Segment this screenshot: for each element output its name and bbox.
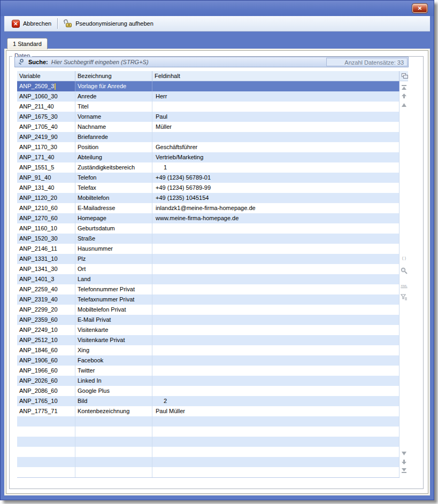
cell-feldinhalt[interactable] [152, 376, 399, 386]
cell-feldinhalt[interactable] [152, 223, 399, 234]
cell-variable[interactable]: ANP_1675_30 [17, 112, 75, 122]
cell-feldinhalt[interactable]: Paul Müller [152, 406, 399, 416]
table-row[interactable]: ANP_1775_71KontenbezeichnungPaul Müller [17, 406, 399, 416]
cell-feldinhalt[interactable] [152, 102, 399, 112]
cell-variable[interactable]: ANP_1966_60 [17, 366, 75, 376]
expression-icon[interactable]: ( ) [399, 255, 409, 261]
empty-cell[interactable] [75, 437, 152, 447]
table-row[interactable]: ANP_2086_60Google Plus [17, 386, 399, 396]
cell-bezeichnung[interactable]: Geburtsdatum [75, 223, 152, 234]
cell-feldinhalt[interactable] [152, 325, 399, 335]
cell-variable[interactable]: ANP_2249_10 [17, 325, 75, 335]
empty-cell[interactable] [17, 467, 75, 477]
cell-bezeichnung[interactable]: Vorlage für Anrede [75, 81, 152, 91]
column-header-variable[interactable]: Variable [17, 71, 75, 81]
empty-cell[interactable] [75, 427, 152, 437]
table-row[interactable]: ANP_1966_60Twitter [17, 366, 399, 376]
cell-feldinhalt[interactable]: +49 (1234) 56789-01 [152, 173, 399, 183]
table-row[interactable]: ANP_1675_30VornamePaul [17, 112, 399, 122]
cell-feldinhalt[interactable] [152, 305, 399, 315]
cell-variable[interactable]: ANP_2026_60 [17, 376, 75, 386]
cell-bezeichnung[interactable]: Telefonnummer Privat [75, 284, 152, 294]
cell-bezeichnung[interactable]: Telefon [75, 173, 152, 183]
cell-variable[interactable]: ANP_2512_10 [17, 335, 75, 345]
close-button[interactable]: ✕ [412, 4, 427, 13]
cell-bezeichnung[interactable]: Land [75, 274, 152, 284]
scroll-bottom-icon[interactable] [401, 467, 408, 474]
table-row[interactable]: ANP_2509_3Vorlage für Anrede [17, 81, 399, 91]
empty-cell[interactable] [152, 457, 399, 467]
table-row[interactable]: ANP_1331_10Plz [17, 254, 399, 264]
table-row[interactable]: ANP_1160_10Geburtsdatum [17, 223, 399, 234]
cell-feldinhalt[interactable] [152, 284, 399, 294]
cell-feldinhalt[interactable]: Paul [152, 112, 399, 122]
empty-cell[interactable] [75, 467, 152, 477]
table-row[interactable]: ANP_2249_10Visitenkarte [17, 325, 399, 335]
cell-bezeichnung[interactable]: Mobiltelefon [75, 193, 152, 203]
empty-cell[interactable] [152, 467, 399, 477]
xml-icon[interactable]: XML [399, 283, 409, 289]
cell-feldinhalt[interactable] [152, 274, 399, 284]
cell-variable[interactable]: ANP_1705_40 [17, 122, 75, 132]
cell-feldinhalt[interactable] [152, 366, 399, 376]
table-row[interactable]: ANP_1906_60Facebook [17, 355, 399, 366]
scroll-down-icon[interactable] [401, 450, 408, 456]
cell-bezeichnung[interactable]: Google Plus [75, 386, 152, 396]
cell-bezeichnung[interactable]: Straße [75, 234, 152, 244]
table-row[interactable]: ANP_1846_60Xing [17, 345, 399, 355]
scroll-up-icon[interactable] [401, 102, 408, 108]
empty-cell[interactable] [75, 416, 152, 427]
cell-variable[interactable]: ANP_2319_40 [17, 294, 75, 305]
cell-bezeichnung[interactable]: Twitter [75, 366, 152, 376]
table-row[interactable]: ANP_1520_30Straße [17, 234, 399, 244]
cell-variable[interactable]: ANP_211_40 [17, 102, 75, 112]
table-row[interactable]: ANP_211_40Titel [17, 102, 399, 112]
cell-variable[interactable]: ANP_2086_60 [17, 386, 75, 396]
table-row[interactable]: ANP_1765_10Bild2 [17, 396, 399, 406]
cell-feldinhalt[interactable] [152, 294, 399, 305]
empty-cell[interactable] [17, 427, 75, 437]
scroll-page-up-icon[interactable] [401, 92, 408, 99]
cell-bezeichnung[interactable]: E-Mailadresse [75, 203, 152, 213]
cell-variable[interactable]: ANP_1270_60 [17, 213, 75, 223]
cell-variable[interactable]: ANP_2146_11 [17, 244, 75, 254]
empty-cell[interactable] [152, 447, 399, 457]
cell-feldinhalt[interactable] [152, 345, 399, 355]
cell-bezeichnung[interactable]: Anrede [75, 91, 152, 102]
zoom-icon[interactable] [401, 267, 408, 274]
cell-variable[interactable]: ANP_1210_60 [17, 203, 75, 213]
cell-feldinhalt[interactable]: +49 (1235) 1045154 [152, 193, 399, 203]
cell-variable[interactable]: ANP_2359_60 [17, 315, 75, 325]
cell-bezeichnung[interactable]: Visitenkarte Privat [75, 335, 152, 345]
cell-bezeichnung[interactable]: Telefax [75, 183, 152, 193]
cell-bezeichnung[interactable]: Kontenbezeichnung [75, 406, 152, 416]
table-row[interactable]: ANP_2419_90Briefanrede [17, 132, 399, 142]
title-bar[interactable]: Detailansicht Ansprechpartner: '10000 1'… [1, 1, 434, 16]
cell-feldinhalt[interactable]: www.meine-firma-homepage.de [152, 213, 399, 223]
cell-feldinhalt[interactable]: Müller [152, 122, 399, 132]
cell-bezeichnung[interactable]: Bild [75, 396, 152, 406]
cell-bezeichnung[interactable]: Titel [75, 102, 152, 112]
table-row[interactable]: ANP_1401_3Land [17, 274, 399, 284]
cell-bezeichnung[interactable]: Homepage [75, 213, 152, 223]
cell-variable[interactable]: ANP_1341_30 [17, 264, 75, 274]
cell-bezeichnung[interactable]: Vorname [75, 112, 152, 122]
table-row[interactable]: ANP_1270_60Homepagewww.meine-firma-homep… [17, 213, 399, 223]
cell-bezeichnung[interactable]: Ort [75, 264, 152, 274]
column-header-feldinhalt[interactable]: Feldinhalt [152, 71, 399, 81]
cell-feldinhalt[interactable]: Vertrieb/Marketing [152, 152, 399, 162]
cell-variable[interactable]: ANP_1520_30 [17, 234, 75, 244]
table-row[interactable]: ANP_1170_30PositionGeschäftsführer [17, 142, 399, 152]
empty-cell[interactable] [17, 447, 75, 457]
cell-feldinhalt[interactable] [152, 244, 399, 254]
cell-variable[interactable]: ANP_2259_40 [17, 284, 75, 294]
cell-variable[interactable]: ANP_1331_10 [17, 254, 75, 264]
cell-variable[interactable]: ANP_1765_10 [17, 396, 75, 406]
cell-variable[interactable]: ANP_1551_5 [17, 162, 75, 173]
cell-bezeichnung[interactable]: Linked In [75, 376, 152, 386]
empty-cell[interactable] [152, 427, 399, 437]
table-row[interactable]: ANP_2359_60E-Mail Privat [17, 315, 399, 325]
tab-standard[interactable]: 1 Standard [7, 38, 48, 49]
scroll-top-icon[interactable] [401, 84, 408, 90]
empty-cell[interactable] [75, 447, 152, 457]
